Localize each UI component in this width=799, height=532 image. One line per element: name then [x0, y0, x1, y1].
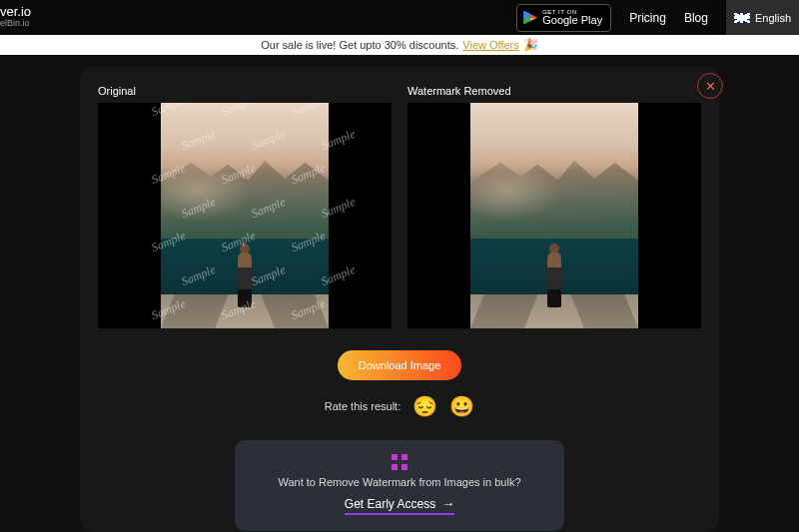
uk-flag-icon [734, 13, 750, 23]
mountain-layer [161, 157, 329, 247]
processed-image [407, 103, 701, 328]
nav-pricing[interactable]: Pricing [629, 11, 666, 25]
bulk-grid-icon [392, 454, 407, 470]
party-popper-icon: 🎉 [523, 38, 538, 52]
nav-blog[interactable]: Blog [684, 11, 708, 25]
promo-text: Our sale is live! Get upto 30% discounts… [261, 39, 458, 51]
language-selector[interactable]: English [726, 0, 799, 35]
view-offers-link[interactable]: View Offers [462, 39, 518, 51]
bulk-question: Want to Remove Watermark from Images in … [245, 476, 554, 488]
google-play-icon [523, 11, 537, 25]
close-icon: ✕ [705, 79, 716, 94]
promo-bar: Our sale is live! Get upto 30% discounts… [0, 35, 799, 55]
result-panel: ✕ Original Watermark Removed SampleSampl… [80, 67, 719, 532]
brand: ver.io elBin.io [0, 4, 31, 28]
rate-row: Rate this result: 😔 😀 [98, 394, 701, 418]
google-play-badge[interactable]: GET IT ON Google Play [516, 4, 611, 32]
brand-title: ver.io [0, 4, 31, 19]
mountain-layer [470, 157, 638, 247]
main-stage: ✕ Original Watermark Removed SampleSampl… [0, 55, 799, 532]
early-access-link[interactable]: Get Early Access → [345, 496, 454, 515]
photo-original: SampleSampleSampleSampleSampleSampleSamp… [161, 103, 329, 328]
language-label: English [755, 12, 791, 24]
rate-happy-button[interactable]: 😀 [449, 394, 474, 418]
photo-processed [470, 103, 638, 328]
download-button[interactable]: Download Image [338, 350, 461, 380]
person-figure [545, 244, 563, 301]
bulk-card: Want to Remove Watermark from Images in … [235, 440, 564, 531]
arrow-right-icon: → [441, 496, 454, 511]
original-label: Original [98, 85, 392, 97]
rate-label: Rate this result: [325, 400, 400, 412]
person-figure [236, 244, 254, 301]
google-play-large: Google Play [542, 15, 602, 26]
top-bar: ver.io elBin.io GET IT ON Google Play Pr… [0, 0, 799, 35]
rate-sad-button[interactable]: 😔 [412, 394, 437, 418]
close-button[interactable]: ✕ [697, 73, 723, 99]
original-image: SampleSampleSampleSampleSampleSampleSamp… [98, 103, 392, 328]
image-labels: Original Watermark Removed [98, 85, 701, 97]
google-play-text: GET IT ON Google Play [542, 9, 602, 26]
image-compare-row: SampleSampleSampleSampleSampleSampleSamp… [98, 103, 701, 328]
top-nav: GET IT ON Google Play Pricing Blog Engli… [516, 0, 799, 35]
removed-label: Watermark Removed [407, 85, 701, 97]
brand-subtitle: elBin.io [0, 18, 31, 28]
early-access-label: Get Early Access [345, 497, 435, 511]
